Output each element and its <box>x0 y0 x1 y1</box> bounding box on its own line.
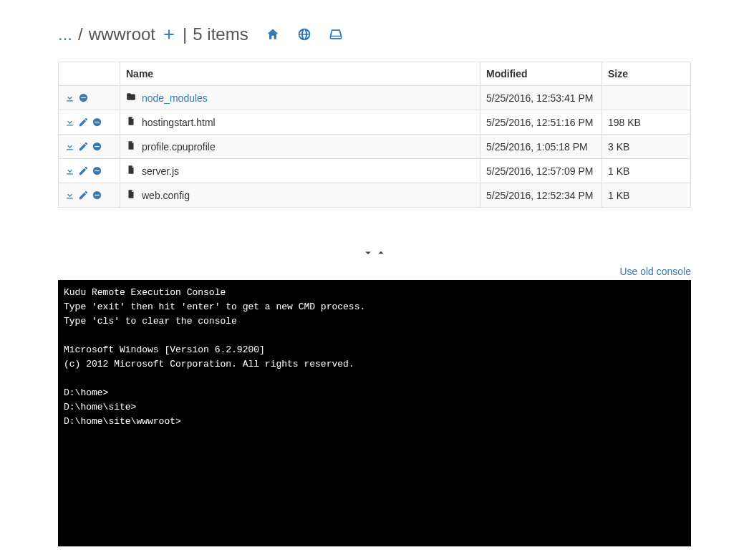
splitter-handle[interactable] <box>58 246 691 261</box>
breadcrumb: ... / wwwroot | 5 items <box>58 20 691 49</box>
chevron-up-icon[interactable] <box>374 246 387 259</box>
file-name: hostingstart.html <box>142 117 216 128</box>
file-icon <box>126 189 136 201</box>
modified-cell: 5/25/2016, 12:51:16 PM <box>480 110 602 135</box>
svg-rect-5 <box>95 146 99 147</box>
chevron-down-icon[interactable] <box>362 246 374 259</box>
file-icon <box>126 165 136 177</box>
svg-rect-3 <box>95 122 99 122</box>
table-row: server.js5/25/2016, 12:57:09 PM1 KB <box>59 159 691 183</box>
modified-cell: 5/25/2016, 12:57:09 PM <box>480 159 602 183</box>
file-icon <box>126 116 136 128</box>
svg-rect-1 <box>81 97 85 98</box>
svg-rect-9 <box>95 195 99 195</box>
download-icon[interactable] <box>64 117 75 127</box>
file-name: web.config <box>142 190 190 201</box>
col-actions-header <box>59 62 120 86</box>
disk-icon[interactable] <box>329 27 343 42</box>
console-output[interactable]: Kudu Remote Execution Console Type 'exit… <box>58 280 691 546</box>
size-cell: 3 KB <box>602 135 691 159</box>
delete-icon[interactable] <box>92 165 102 176</box>
size-cell: 1 KB <box>602 159 691 183</box>
use-old-console-link[interactable]: Use old console <box>619 266 691 277</box>
modified-cell: 5/25/2016, 1:05:18 PM <box>480 135 602 159</box>
file-table: Name Modified Size node_modules5/25/2016… <box>58 62 691 208</box>
modified-cell: 5/25/2016, 12:52:34 PM <box>480 183 602 208</box>
home-icon[interactable] <box>266 27 280 42</box>
delete-icon[interactable] <box>92 190 102 201</box>
edit-icon[interactable] <box>78 190 89 201</box>
breadcrumb-parent-link[interactable]: ... <box>58 24 72 44</box>
breadcrumb-sep: / <box>78 24 83 44</box>
table-row: hostingstart.html5/25/2016, 12:51:16 PM1… <box>59 110 691 135</box>
table-row: node_modules5/25/2016, 12:53:41 PM <box>59 86 691 110</box>
delete-icon[interactable] <box>92 117 102 127</box>
table-row: profile.cpuprofile5/25/2016, 1:05:18 PM3… <box>59 135 691 159</box>
col-size-header[interactable]: Size <box>602 62 691 86</box>
col-name-header[interactable]: Name <box>120 62 480 86</box>
breadcrumb-current: wwwroot <box>89 24 155 44</box>
item-count: 5 items <box>193 24 248 44</box>
download-icon[interactable] <box>64 92 75 103</box>
svg-rect-7 <box>95 170 99 171</box>
download-icon[interactable] <box>64 141 75 152</box>
size-cell <box>602 86 691 110</box>
edit-icon[interactable] <box>78 117 89 127</box>
file-name: profile.cpuprofile <box>142 141 216 153</box>
download-icon[interactable] <box>64 165 75 176</box>
add-file-button[interactable] <box>161 26 177 42</box>
delete-icon[interactable] <box>92 141 102 152</box>
col-modified-header[interactable]: Modified <box>480 62 602 86</box>
folder-icon <box>126 92 136 104</box>
delete-icon[interactable] <box>78 92 89 103</box>
download-icon[interactable] <box>64 190 75 201</box>
table-row: web.config5/25/2016, 12:52:34 PM1 KB <box>59 183 691 208</box>
breadcrumb-bar: | <box>183 24 187 44</box>
edit-icon[interactable] <box>78 141 89 152</box>
size-cell: 1 KB <box>602 183 691 208</box>
edit-icon[interactable] <box>78 165 89 176</box>
size-cell: 198 KB <box>602 110 691 135</box>
file-icon <box>126 140 136 153</box>
file-name: server.js <box>142 165 179 177</box>
folder-link[interactable]: node_modules <box>142 92 208 104</box>
globe-icon[interactable] <box>297 27 311 42</box>
modified-cell: 5/25/2016, 12:53:41 PM <box>480 86 602 110</box>
